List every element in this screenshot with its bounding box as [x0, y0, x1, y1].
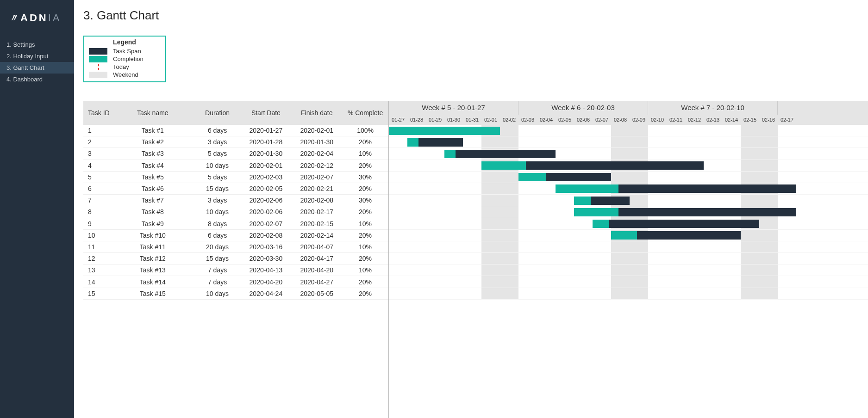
- cell-pct: 30%: [342, 173, 388, 181]
- table-row[interactable]: 11Task #1120 days2020-03-162020-04-0710%: [83, 241, 388, 253]
- cell-dur: 3 days: [194, 138, 241, 146]
- table-row[interactable]: 13Task #137 days2020-04-132020-04-2010%: [83, 264, 388, 276]
- legend-swatch-wkend-icon: [89, 72, 107, 78]
- gantt-row: [389, 136, 868, 148]
- cell-pct: 10%: [342, 266, 388, 274]
- cell-start: 2020-04-24: [240, 290, 291, 297]
- cell-id: 2: [83, 138, 111, 146]
- col-header-pc: % Complete: [342, 109, 388, 117]
- table-row[interactable]: 8Task #810 days2020-02-062020-02-1720%: [83, 206, 388, 218]
- cell-dur: 10 days: [194, 290, 241, 297]
- cell-name: Task #12: [111, 255, 194, 262]
- week-header: Week # 5 - 20-01-27: [389, 101, 518, 115]
- cell-id: 1: [83, 127, 111, 134]
- brand-name-strong: ADN: [20, 12, 48, 24]
- cell-pct: 100%: [342, 127, 388, 134]
- week-header: Week # 7 - 20-02-10: [648, 101, 778, 115]
- cell-dur: 6 days: [194, 127, 241, 134]
- day-header: 01-29: [426, 115, 444, 125]
- task-span-bar[interactable]: [593, 220, 759, 228]
- cell-pct: 10%: [342, 220, 388, 227]
- day-header: 02-05: [556, 115, 574, 125]
- cell-finish: 2020-02-04: [291, 150, 342, 157]
- cell-id: 3: [83, 150, 111, 157]
- task-completion-bar: [574, 208, 618, 216]
- cell-id: 5: [83, 173, 111, 181]
- cell-name: Task #10: [111, 232, 194, 239]
- table-row[interactable]: 10Task #106 days2020-02-082020-02-1420%: [83, 230, 388, 241]
- table-row[interactable]: 1Task #16 days2020-01-272020-02-01100%: [83, 125, 388, 136]
- cell-start: 2020-02-07: [240, 220, 291, 227]
- table-row[interactable]: 7Task #73 days2020-02-062020-02-0830%: [83, 195, 388, 206]
- cell-name: Task #14: [111, 278, 194, 286]
- cell-pct: 20%: [342, 290, 388, 297]
- table-row[interactable]: 15Task #1510 days2020-04-242020-05-0520%: [83, 288, 388, 300]
- cell-finish: 2020-02-21: [291, 185, 342, 192]
- sidebar-item-0[interactable]: 1. Settings: [0, 39, 74, 50]
- brand-name-thin: IA: [48, 12, 62, 24]
- sidebar-item-3[interactable]: 4. Dashboard: [0, 74, 74, 85]
- cell-start: 2020-04-13: [240, 266, 291, 274]
- task-table: Task ID Task name Duration Start Date Fi…: [83, 101, 389, 418]
- cell-finish: 2020-02-08: [291, 197, 342, 204]
- cell-start: 2020-02-03: [240, 173, 291, 181]
- col-header-id: Task ID: [83, 109, 111, 117]
- table-row[interactable]: 4Task #410 days2020-02-012020-02-1220%: [83, 160, 388, 172]
- cell-pct: 10%: [342, 150, 388, 157]
- day-header: 02-11: [667, 115, 685, 125]
- sidebar-nav: 1. Settings2. Holiday Input3. Gantt Char…: [0, 39, 74, 85]
- gantt-row: [389, 241, 868, 253]
- gantt-chart[interactable]: Week # 5 - 20-01-27Week # 6 - 20-02-03We…: [389, 101, 868, 418]
- cell-dur: 6 days: [194, 232, 241, 239]
- cell-dur: 7 days: [194, 266, 241, 274]
- gantt-row: [389, 125, 868, 136]
- day-header: 01-27: [389, 115, 407, 125]
- table-row[interactable]: 3Task #35 days2020-01-302020-02-0410%: [83, 148, 388, 160]
- cell-start: 2020-01-27: [240, 127, 291, 134]
- day-header: 02-02: [500, 115, 518, 125]
- table-row[interactable]: 5Task #55 days2020-02-032020-02-0730%: [83, 172, 388, 183]
- cell-pct: 20%: [342, 162, 388, 169]
- cell-id: 11: [83, 243, 111, 251]
- table-row[interactable]: 2Task #23 days2020-01-282020-01-3020%: [83, 136, 388, 148]
- day-header: 02-06: [574, 115, 593, 125]
- day-header: 02-13: [704, 115, 722, 125]
- cell-id: 15: [83, 290, 111, 297]
- day-header: 02-14: [722, 115, 741, 125]
- cell-dur: 7 days: [194, 278, 241, 286]
- cell-id: 13: [83, 266, 111, 274]
- table-row[interactable]: 6Task #615 days2020-02-052020-02-2120%: [83, 183, 388, 195]
- legend-swatch-today-icon: [89, 64, 107, 70]
- content-area: Task ID Task name Duration Start Date Fi…: [83, 101, 868, 418]
- task-span-bar[interactable]: [444, 150, 556, 158]
- cell-finish: 2020-04-07: [291, 243, 342, 251]
- cell-dur: 15 days: [194, 255, 241, 262]
- day-header: 01-30: [444, 115, 463, 125]
- day-header: 02-08: [611, 115, 630, 125]
- day-header: 02-07: [593, 115, 611, 125]
- sidebar-item-2[interactable]: 3. Gantt Chart: [0, 62, 74, 74]
- day-header: 02-10: [648, 115, 667, 125]
- brand-logo: 〃ADNIA: [0, 8, 74, 39]
- col-header-fd: Finish date: [291, 109, 342, 117]
- task-completion-bar: [518, 173, 546, 181]
- legend-label: Today: [113, 63, 129, 70]
- cell-name: Task #8: [111, 208, 194, 215]
- table-row[interactable]: 14Task #147 days2020-04-202020-04-2720%: [83, 276, 388, 288]
- gantt-row: [389, 183, 868, 195]
- table-row[interactable]: 12Task #1215 days2020-03-302020-04-1720%: [83, 253, 388, 264]
- sidebar-item-1[interactable]: 2. Holiday Input: [0, 50, 74, 62]
- cell-finish: 2020-02-17: [291, 208, 342, 215]
- cell-name: Task #7: [111, 197, 194, 204]
- cell-start: 2020-02-01: [240, 162, 291, 169]
- table-row[interactable]: 9Task #98 days2020-02-072020-02-1510%: [83, 218, 388, 230]
- sidebar: 〃ADNIA 1. Settings2. Holiday Input3. Gan…: [0, 0, 74, 418]
- gantt-row: [389, 195, 868, 206]
- legend-item-teal: Completion: [84, 55, 165, 63]
- task-completion-bar: [481, 161, 526, 170]
- cell-start: 2020-01-28: [240, 138, 291, 146]
- task-completion-bar: [574, 197, 591, 205]
- day-header: 02-16: [759, 115, 778, 125]
- day-header: 02-15: [741, 115, 759, 125]
- gantt-row: [389, 230, 868, 241]
